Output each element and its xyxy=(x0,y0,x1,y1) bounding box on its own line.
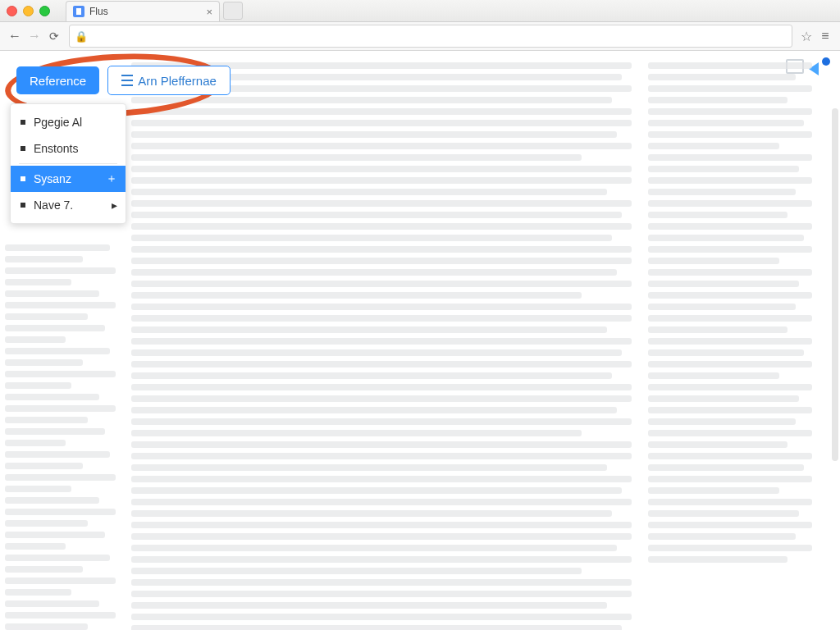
reference-button[interactable]: Reference xyxy=(16,66,99,94)
browser-toolbar: ← → ⟳ 🔒 ☆ ≡ xyxy=(0,22,840,51)
tab-favicon-icon xyxy=(73,6,84,17)
dropdown-item-label: Nave 7. xyxy=(34,199,73,212)
dropdown-item-active[interactable]: Sysanz ＋ xyxy=(11,166,126,192)
minimize-window-button[interactable] xyxy=(23,6,34,16)
bullet-icon xyxy=(21,146,25,151)
close-window-button[interactable] xyxy=(7,6,17,16)
dropdown-item[interactable]: Pgegie Al xyxy=(11,109,126,135)
dropdown-separator xyxy=(19,163,117,164)
dropdown-item-label: Sysanz xyxy=(34,172,71,185)
zoom-window-button[interactable] xyxy=(39,6,50,16)
tab-close-icon[interactable]: × xyxy=(206,6,212,18)
lock-icon: 🔒 xyxy=(75,30,88,43)
dropdown-item-label: Enstonts xyxy=(34,142,78,155)
browser-menu-button[interactable]: ≡ xyxy=(815,26,835,46)
tab-title: Flus xyxy=(89,6,203,17)
right-column-text xyxy=(648,57,812,568)
url-input[interactable] xyxy=(91,30,787,43)
list-icon xyxy=(121,75,133,86)
reference-dropdown: Pgegie Al Enstonts Sysanz ＋ Nave 7. ▸ xyxy=(10,103,126,224)
plus-icon[interactable]: ＋ xyxy=(106,171,117,186)
dropdown-item[interactable]: Enstonts xyxy=(11,135,126,162)
main-column-text xyxy=(131,57,632,630)
forward-button[interactable]: → xyxy=(25,26,44,46)
secondary-button-label: Arn Pleffernae xyxy=(138,74,217,88)
address-bar[interactable]: 🔒 xyxy=(69,25,792,48)
action-button-bar: Reference Arn Pleffernae xyxy=(16,66,231,95)
tab-strip: Flus × xyxy=(66,0,243,21)
bookmark-star-icon[interactable]: ☆ xyxy=(801,29,812,44)
bullet-icon xyxy=(21,120,25,125)
back-button[interactable]: ← xyxy=(5,26,25,46)
left-column-text xyxy=(5,240,116,630)
page-content: Reference Arn Pleffernae Pgegie Al Ensto… xyxy=(0,51,840,630)
reference-button-label: Reference xyxy=(30,74,86,88)
browser-titlebar: Flus × xyxy=(0,0,840,22)
browser-tab[interactable]: Flus × xyxy=(66,1,220,21)
bullet-icon xyxy=(21,176,25,181)
secondary-button[interactable]: Arn Pleffernae xyxy=(107,66,231,95)
scrollbar[interactable] xyxy=(832,108,838,461)
bullet-icon xyxy=(21,203,25,208)
chevron-right-icon: ▸ xyxy=(112,199,117,212)
reload-button[interactable]: ⟳ xyxy=(44,26,64,46)
window-controls xyxy=(0,0,62,21)
dropdown-item[interactable]: Nave 7. ▸ xyxy=(11,192,126,218)
dropdown-item-label: Pgegie Al xyxy=(34,116,82,129)
new-tab-button[interactable] xyxy=(223,2,243,20)
